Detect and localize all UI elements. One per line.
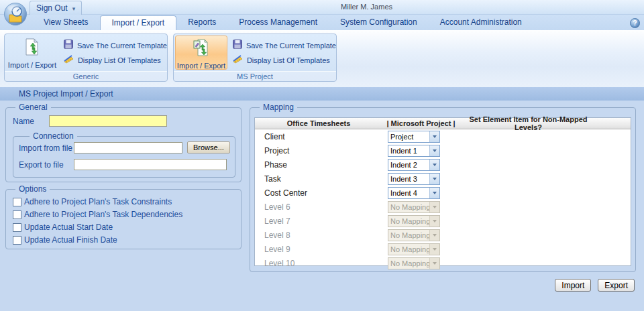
big-button-label: Import / Export: [177, 62, 225, 70]
connection-fieldset: Connection Import from file Browse... Ex…: [13, 136, 235, 178]
templates-list-icon: [233, 54, 243, 66]
help-icon[interactable]: ?: [630, 18, 640, 28]
ribbon: Import / Export Save The Current Templat…: [0, 30, 644, 86]
mapping-legend: Mapping: [260, 103, 297, 112]
tab-system-configuration[interactable]: System Configuration: [329, 15, 429, 30]
mapping-row-cost-center: Cost Center Indent 4: [255, 186, 631, 200]
export-to-file-input[interactable]: [74, 159, 227, 170]
mapping-row-client: Client Project: [255, 129, 631, 143]
options-fieldset: Options Adhere to Project Plan's Task Co…: [5, 189, 241, 249]
chevron-down-icon: [429, 174, 439, 184]
chevron-down-icon: ▾: [72, 5, 76, 12]
mapping-select-disabled: No Mapping: [388, 257, 440, 269]
ribbon-group-title: MS Project: [174, 71, 336, 81]
mapping-row-project: Project Indent 1: [255, 143, 631, 158]
mapping-table-header: Office Timesheets | Microsoft Project | …: [255, 118, 631, 129]
templates-list-icon: [64, 54, 74, 66]
sign-out-label: Sign Out: [36, 3, 68, 13]
generic-display-templates-button[interactable]: Display List Of Templates: [64, 54, 167, 66]
export-button[interactable]: Export: [598, 279, 635, 292]
mapping-select[interactable]: Indent 3: [388, 173, 440, 185]
ms-project-display-templates-button[interactable]: Display List Of Templates: [233, 54, 336, 66]
checkbox[interactable]: [13, 223, 21, 232]
import-from-file-input[interactable]: [74, 142, 182, 153]
mapping-row-label: Level 7: [255, 216, 382, 226]
generic-import-export-button[interactable]: Import / Export: [6, 36, 58, 70]
option-task-constraints: Adhere to Project Plan's Task Constraint…: [13, 197, 172, 206]
chevron-down-icon: [429, 131, 439, 142]
mapping-row-label: Level 10: [255, 259, 382, 268]
checkbox-label: Update Actual Start Date: [24, 223, 113, 232]
ms-project-save-template-button[interactable]: Save The Current Template: [233, 40, 336, 51]
option-task-dependencies: Adhere to Project Plan's Task Dependenci…: [13, 210, 182, 219]
mapping-select[interactable]: Project: [388, 131, 440, 143]
mapping-row-task: Task Indent 3: [255, 172, 631, 186]
checkbox-label: Adhere to Project Plan's Task Constraint…: [24, 197, 172, 206]
mapping-row-label: Level 6: [255, 202, 382, 212]
name-input[interactable]: [49, 115, 167, 127]
save-icon: [64, 40, 73, 51]
main-tab-bar: View Sheets Import / Export Reports Proc…: [0, 15, 644, 30]
chevron-down-icon: [429, 216, 439, 227]
mapping-row-label: Project: [255, 146, 382, 156]
chevron-down-icon: [429, 188, 439, 198]
checkbox-label: Update Actual Finish Date: [24, 235, 117, 245]
tab-process-management[interactable]: Process Management: [227, 15, 329, 30]
checkbox[interactable]: [13, 198, 21, 206]
mapping-select[interactable]: Indent 4: [388, 187, 440, 199]
content-area: General Name Connection Import from file…: [0, 101, 644, 311]
chevron-down-icon: [429, 145, 439, 156]
mapping-row-phase: Phase Indent 2: [255, 158, 631, 172]
page-title: MS Project Import / Export: [0, 86, 644, 101]
mapping-row-level-7: Level 7 No Mapping: [255, 214, 631, 228]
sign-out-button[interactable]: Sign Out▾: [30, 1, 82, 15]
chevron-down-icon: [429, 258, 439, 269]
general-legend: General: [15, 103, 51, 112]
mapping-row-label: Cost Center: [255, 188, 382, 198]
option-update-finish-date: Update Actual Finish Date: [13, 235, 117, 245]
tab-view-sheets[interactable]: View Sheets: [32, 15, 100, 30]
option-update-start-date: Update Actual Start Date: [13, 223, 113, 232]
tab-reports[interactable]: Reports: [176, 15, 227, 30]
import-from-file-label: Import from file: [19, 143, 72, 153]
checkbox[interactable]: [13, 236, 21, 245]
name-label: Name: [13, 117, 34, 126]
browse-button[interactable]: Browse...: [187, 141, 230, 153]
options-legend: Options: [15, 184, 50, 194]
user-name: Miller M. James: [341, 3, 392, 11]
mapping-row-level-10: Level 10 No Mapping: [255, 256, 631, 270]
save-icon: [233, 40, 242, 51]
mapping-row-level-8: Level 8 No Mapping: [255, 228, 631, 242]
mapping-select-disabled: No Mapping: [388, 215, 440, 227]
mapping-select-disabled: No Mapping: [388, 201, 440, 213]
connection-legend: Connection: [30, 131, 77, 141]
tab-import-export[interactable]: Import / Export: [100, 15, 177, 30]
small-button-label: Save The Current Template: [246, 42, 336, 50]
generic-save-template-button[interactable]: Save The Current Template: [64, 40, 167, 51]
general-fieldset: General Name Connection Import from file…: [5, 107, 241, 182]
ms-project-import-export-button[interactable]: Import / Export: [175, 36, 227, 70]
mapping-select-disabled: No Mapping: [388, 229, 440, 241]
big-button-label: Import / Export: [8, 61, 56, 69]
column-header: Set Element Item for Non-Mapped Levels?: [460, 115, 631, 131]
mapping-select[interactable]: Indent 2: [388, 159, 440, 171]
export-to-file-label: Export to file: [19, 160, 64, 170]
ribbon-group-ms-project: Import / Export Save The Current Templat…: [173, 34, 337, 82]
mapping-table: Office Timesheets | Microsoft Project | …: [254, 117, 631, 266]
small-button-label: Save The Current Template: [77, 42, 167, 50]
tab-account-administration[interactable]: Account Administration: [429, 15, 533, 30]
import-button[interactable]: Import: [555, 279, 591, 292]
mapping-select[interactable]: Indent 1: [388, 145, 440, 157]
checkbox[interactable]: [13, 210, 21, 219]
mapping-row-label: Task: [255, 174, 382, 184]
chevron-down-icon: [429, 230, 439, 241]
import-export-icon: [23, 38, 41, 58]
top-bar: Sign Out▾ Miller M. James: [0, 0, 644, 15]
column-header: Office Timesheets: [255, 119, 382, 127]
mapping-row-level-9: Level 9 No Mapping: [255, 242, 631, 256]
mapping-fieldset: Mapping Office Timesheets | Microsoft Pr…: [250, 107, 636, 272]
chevron-down-icon: [429, 202, 439, 212]
app-logo-icon: [3, 1, 28, 29]
mapping-row-label: Phase: [255, 160, 382, 170]
small-button-label: Display List Of Templates: [78, 56, 161, 64]
